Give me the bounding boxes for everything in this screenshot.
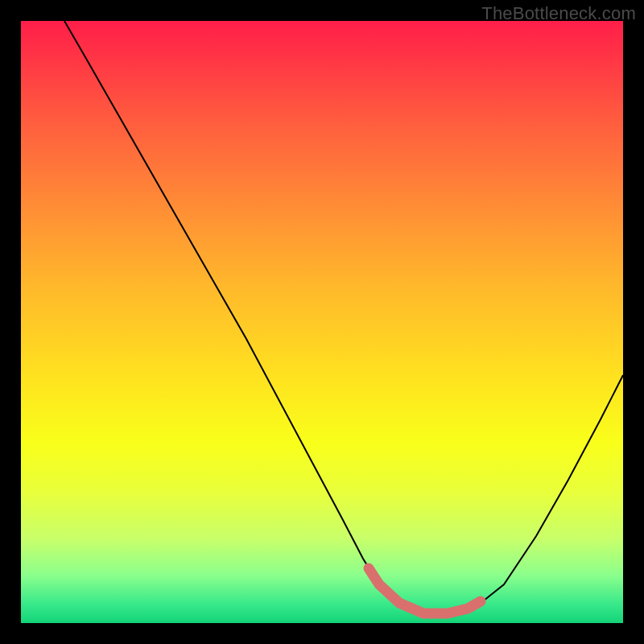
- chart-frame: TheBottleneck.com: [0, 0, 644, 644]
- bottleneck-curve: [64, 21, 623, 613]
- curve-svg: [21, 21, 623, 623]
- highlight-segment: [369, 568, 481, 613]
- plot-area: [21, 21, 623, 623]
